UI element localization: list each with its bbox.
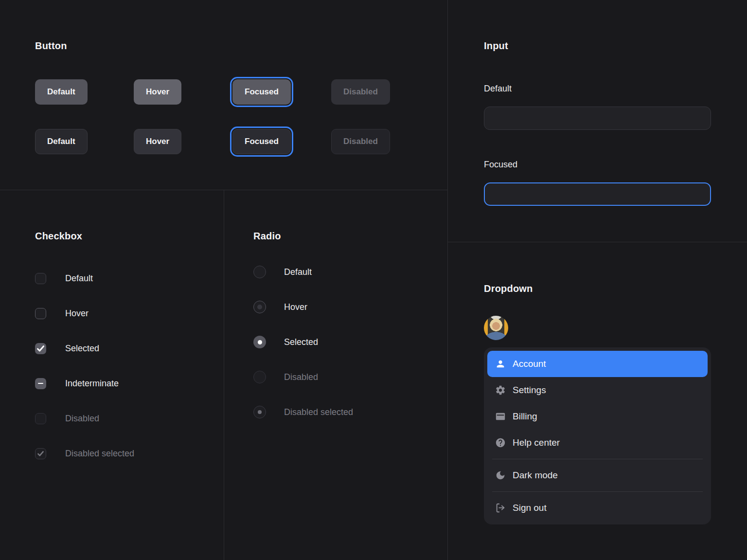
radio-item-default: Default [253,266,312,278]
button-primary-disabled: Disabled [331,79,390,105]
checkbox-section-title: Checkbox [35,230,210,242]
menu-item-label: Dark mode [513,470,558,481]
radio-section: Radio Default Hover Selected Disabled Di… [253,230,428,434]
credit-card-icon [495,411,506,422]
radio-item-disabled: Disabled [253,371,318,383]
radio-label: Selected [284,336,318,348]
person-icon [495,359,506,369]
menu-item-dark-mode[interactable]: Dark mode [487,462,708,488]
checkbox-section: Checkbox Default Hover Selected Indeterm… [35,230,210,464]
menu-item-label: Settings [513,385,546,396]
radio-label: Disabled [284,371,318,383]
checkbox-label: Hover [65,307,89,319]
checkbox-disabled [35,413,46,424]
checkbox-label: Indeterminate [65,378,119,389]
checkbox-label: Disabled [65,413,99,424]
checkbox-item-disabled-selected: Disabled selected [35,448,134,459]
moon-icon [495,470,506,481]
menu-item-account[interactable]: Account [487,351,708,377]
button-row-secondary: Default Hover Focused Disabled [35,129,431,154]
button-section-title: Button [35,40,439,52]
menu-item-label: Account [513,359,546,369]
menu-item-sign-out[interactable]: Sign out [487,495,708,521]
divider-horizontal-right [448,242,747,242]
radio-disabled [253,371,266,383]
input-focused-label: Focused [484,159,517,170]
checkbox-label: Disabled selected [65,448,134,459]
radio-default[interactable] [253,266,266,278]
checkbox-item-hover: Hover [35,307,89,319]
menu-divider [492,491,703,492]
dropdown-menu: Account Settings Billing Help center [484,347,711,524]
checkbox-item-indeterminate: Indeterminate [35,378,119,389]
sign-out-icon [495,503,506,513]
gear-icon [495,385,506,396]
menu-item-billing[interactable]: Billing [487,403,708,430]
divider-vertical-main [447,0,448,560]
button-secondary-focused[interactable]: Focused [232,129,291,154]
indeterminate-dash-icon [38,383,43,384]
radio-item-disabled-selected: Disabled selected [253,406,353,418]
radio-selected[interactable] [253,336,266,348]
button-primary-default[interactable]: Default [35,79,88,105]
button-primary-focused[interactable]: Focused [232,79,291,105]
menu-item-label: Sign out [513,503,547,513]
radio-item-selected: Selected [253,336,318,348]
button-section: Button Default Hover Focused Disabled De… [35,40,439,166]
radio-section-title: Radio [253,230,428,242]
checkbox-selected[interactable] [35,343,46,354]
button-row-primary: Default Hover Focused Disabled [35,79,431,105]
input-section-title: Input [484,40,711,52]
checkbox-default[interactable] [35,273,46,284]
check-icon [37,451,44,456]
check-icon [37,345,44,352]
checkbox-item-default: Default [35,272,93,284]
radio-hover[interactable] [253,301,266,313]
checkbox-label: Selected [65,343,99,354]
input-focused[interactable] [484,182,711,206]
checkbox-indeterminate[interactable] [35,378,46,389]
button-secondary-disabled: Disabled [331,129,390,154]
checkbox-label: Default [65,272,93,284]
menu-item-label: Help center [513,437,560,448]
radio-item-hover: Hover [253,301,307,313]
checkbox-disabled-selected [35,448,46,459]
button-secondary-default[interactable]: Default [35,129,88,154]
menu-item-settings[interactable]: Settings [487,377,708,403]
dropdown-section-title: Dropdown [484,283,711,294]
checkbox-item-selected: Selected [35,343,99,354]
radio-label: Disabled selected [284,406,353,418]
input-section: Input Default Focused [484,40,711,225]
input-default[interactable] [484,107,711,130]
menu-item-label: Billing [513,411,537,422]
dropdown-section: Dropdown Account Settings Billing [484,283,711,545]
divider-vertical-checkbox-radio [224,190,224,560]
checkbox-item-disabled: Disabled [35,413,99,424]
radio-label: Hover [284,301,307,313]
radio-disabled-selected [253,406,266,418]
radio-label: Default [284,266,312,278]
menu-item-help-center[interactable]: Help center [487,430,708,456]
help-circle-icon [495,437,506,448]
button-primary-hover[interactable]: Hover [134,79,181,105]
component-showcase: Button Default Hover Focused Disabled De… [0,0,747,560]
button-secondary-hover[interactable]: Hover [134,129,181,154]
menu-divider [492,459,703,459]
input-default-label: Default [484,83,512,94]
user-avatar[interactable] [484,316,508,340]
checkbox-hover[interactable] [35,308,46,319]
